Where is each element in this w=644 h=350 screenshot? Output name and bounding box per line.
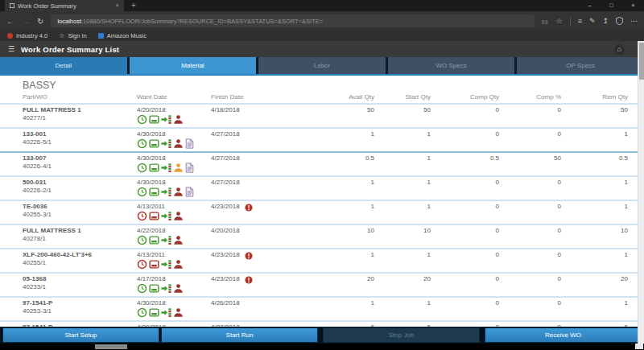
table-row[interactable]: 500-031 40226-2/1 4/30/2018 [0, 175, 644, 200]
machine-icon[interactable] [149, 235, 159, 245]
menu-icon[interactable]: ☰ [8, 45, 14, 53]
issue-material-icon[interactable] [161, 187, 171, 197]
forward-icon[interactable]: → [22, 17, 30, 26]
operator-icon[interactable] [173, 235, 184, 245]
column-header[interactable]: Rem Qty [561, 93, 628, 101]
hub-icon[interactable]: ≡ [578, 17, 582, 25]
avail-qty: 1 [299, 179, 374, 200]
new-tab-button[interactable]: + [131, 0, 136, 11]
column-header[interactable]: Comp Qty [431, 93, 499, 101]
start-qty: 1 [374, 154, 431, 175]
comp-pct: 0 [499, 203, 561, 224]
issue-material-icon[interactable] [161, 114, 171, 125]
machine-icon[interactable] [149, 163, 159, 173]
column-header[interactable]: Comp % [499, 93, 561, 101]
rem-qty: 10 [561, 227, 628, 248]
scrollbar-thumb[interactable] [639, 43, 644, 80]
clock-icon[interactable] [137, 114, 147, 125]
table-row[interactable]: 133-001 40226-5/1 4/30/2018 [0, 127, 644, 151]
back-icon[interactable]: ← [6, 17, 14, 26]
document-icon[interactable] [185, 187, 194, 197]
operator-icon[interactable] [173, 187, 184, 197]
clock-icon[interactable] [137, 307, 147, 318]
machine-icon[interactable] [149, 259, 159, 270]
bookmark-industry40[interactable]: Industry 4.0 [7, 32, 47, 39]
machine-icon[interactable] [149, 187, 159, 197]
operator-icon[interactable] [173, 307, 184, 318]
tab-labor[interactable]: Labor [258, 57, 386, 74]
table-row[interactable]: 133-007 40226-4/1 4/30/2018 [0, 151, 644, 175]
clock-icon[interactable] [137, 138, 147, 149]
document-icon[interactable] [185, 163, 194, 173]
warning-icon[interactable] [245, 276, 253, 284]
favorite-star-icon[interactable]: ☆ [556, 17, 563, 25]
issue-material-icon[interactable] [161, 211, 171, 221]
tab-wo-specs[interactable]: WO Specs [388, 57, 515, 74]
tab-op-specs[interactable]: OP Specs [517, 57, 644, 74]
browser-tab[interactable]: Work Order Summary × [5, 0, 124, 11]
bookmark-amazon-music[interactable]: Amazon Music [98, 32, 147, 39]
page-scrollbar[interactable] [638, 41, 644, 344]
comp-qty: 0 [431, 275, 499, 296]
machine-icon[interactable] [149, 307, 159, 318]
finish-date: 4/23/2018 [211, 251, 240, 258]
table-row[interactable]: FULL MATTRESS 1 40278/1 4/22/2018 [0, 224, 644, 248]
issue-material-icon[interactable] [161, 163, 171, 173]
maximize-button[interactable]: □ [601, 0, 622, 11]
tab-detail[interactable]: Detail [0, 57, 127, 74]
url-input[interactable]: localhost:10880/SHOPFLOOR/JobSummary?RES… [51, 14, 535, 27]
clock-icon[interactable] [137, 211, 147, 221]
rem-qty: 0.5 [561, 154, 628, 175]
shield-icon[interactable] [616, 17, 623, 25]
operator-icon[interactable] [173, 163, 184, 173]
machine-icon[interactable] [149, 114, 159, 125]
operator-icon[interactable] [173, 114, 184, 125]
column-header[interactable]: Want Date [137, 93, 211, 101]
comp-pct: 0 [499, 130, 561, 151]
issue-material-icon[interactable] [161, 283, 171, 294]
document-icon[interactable] [185, 138, 194, 149]
machine-icon[interactable] [149, 211, 159, 221]
minimize-button[interactable]: – [579, 0, 601, 11]
table-row[interactable]: 05-1368 40233/1 4/17/2018 [0, 272, 644, 296]
more-options-icon[interactable]: ⋯ [630, 17, 638, 25]
table-row[interactable]: 97-1541-P 40253-3/1 4/30/2018 [0, 296, 644, 320]
issue-material-icon[interactable] [161, 259, 171, 270]
operator-icon[interactable] [173, 211, 184, 221]
bookmark-signin[interactable]: ☆ Sign In [59, 32, 87, 39]
clock-icon[interactable] [137, 283, 147, 294]
column-header[interactable]: Finish Date [211, 93, 299, 101]
column-header[interactable]: Avail Qty [299, 93, 374, 101]
warning-icon[interactable] [245, 252, 253, 260]
clock-icon[interactable] [137, 187, 147, 197]
refresh-icon[interactable]: ↻ [37, 17, 43, 26]
reading-view-icon[interactable]: ▯▯ [542, 19, 549, 24]
table-row[interactable]: FULL MATTRESS 1 40277/1 4/20/2018 [0, 103, 644, 127]
operator-icon[interactable] [173, 259, 184, 270]
machine-icon[interactable] [149, 283, 159, 294]
table-row[interactable]: TE-0036 40255-3/1 4/13/2011 [0, 200, 644, 224]
operator-icon[interactable] [173, 283, 184, 294]
web-note-icon[interactable]: ✎ [589, 17, 596, 25]
tab-material[interactable]: Material [130, 57, 257, 74]
table-row[interactable]: 97-1541-P 40236-4/1 4/30/2018 [0, 320, 644, 327]
warning-icon[interactable] [245, 204, 253, 212]
clock-icon[interactable] [137, 259, 147, 270]
clock-icon[interactable] [137, 163, 147, 173]
home-icon[interactable]: ⌂ [614, 44, 625, 55]
footer-button-start-setup[interactable]: Start Setup [2, 327, 159, 343]
column-header[interactable]: Part/WO [0, 93, 137, 101]
close-button[interactable]: × [622, 0, 644, 11]
issue-material-icon[interactable] [161, 138, 171, 149]
column-header[interactable]: Start Qty [374, 93, 431, 101]
machine-icon[interactable] [149, 138, 159, 149]
clock-icon[interactable] [137, 235, 147, 245]
footer-button-start-run[interactable]: Start Run [161, 327, 318, 343]
footer-button-receive-wo[interactable]: Receive WO [485, 327, 642, 343]
issue-material-icon[interactable] [161, 307, 171, 318]
operator-icon[interactable] [173, 138, 184, 149]
issue-material-icon[interactable] [161, 235, 171, 245]
share-icon[interactable]: ↥ [602, 17, 609, 25]
table-row[interactable]: XLF-200-460-42-LT'3+6 40255/1 4/13/2011 [0, 248, 644, 272]
tab-close-icon[interactable]: × [115, 0, 119, 11]
